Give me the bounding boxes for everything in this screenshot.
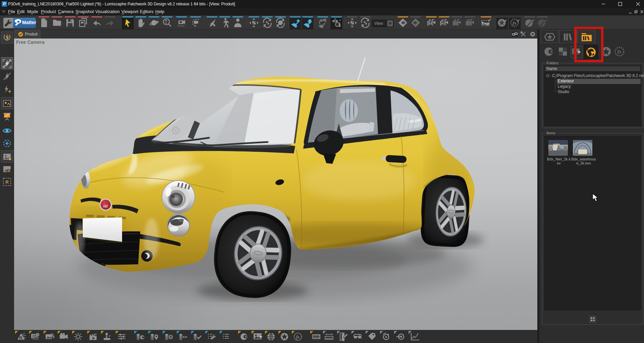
- svg-text:FIAT: FIAT: [103, 204, 108, 209]
- svg-text:R: R: [8, 169, 10, 173]
- svg-text:4: 4: [468, 21, 470, 26]
- svg-text:R: R: [19, 335, 22, 340]
- svg-text:fx: fx: [513, 20, 517, 25]
- svg-text:1: 1: [429, 21, 432, 26]
- svg-text:fx: fx: [296, 335, 300, 339]
- svg-text:2: 2: [442, 21, 444, 26]
- svg-text:fx: fx: [618, 49, 622, 54]
- svg-text:R: R: [5, 180, 9, 185]
- svg-text:3: 3: [455, 21, 457, 26]
- svg-text:Trsp: Trsp: [481, 21, 489, 25]
